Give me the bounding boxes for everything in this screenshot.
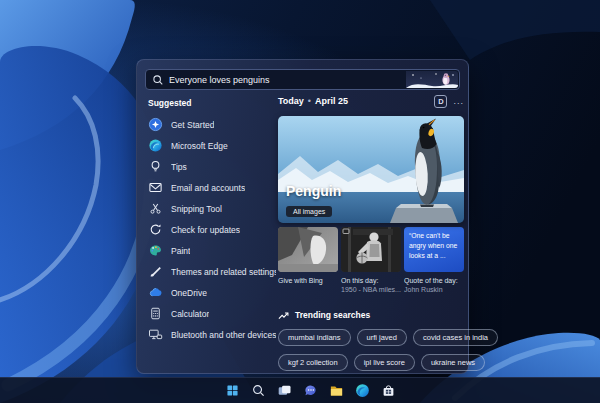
check-updates-icon <box>148 222 163 237</box>
card-quote-of-day[interactable]: “One can't be angry when one looks at a … <box>404 227 464 295</box>
content-header: Today • April 25 D ... <box>278 94 464 108</box>
store-icon <box>381 383 396 398</box>
profile-badge[interactable]: D <box>434 95 447 108</box>
task-view-icon <box>277 383 292 398</box>
sidebar-item-label: OneDrive <box>171 288 207 298</box>
trending-header: Trending searches <box>278 310 464 321</box>
sidebar-item-get-started[interactable]: Get Started <box>148 117 276 132</box>
trending-row-2: kgf 2 collection ipl live score ukraine … <box>278 354 464 371</box>
sidebar-item-label: Calculator <box>171 309 209 319</box>
edge-icon <box>148 138 163 153</box>
sidebar-item-email-accounts[interactable]: Email and accounts <box>148 180 276 195</box>
start-button[interactable] <box>224 383 240 399</box>
trending-pill[interactable]: covid cases in india <box>413 329 498 346</box>
sidebar-item-label: Email and accounts <box>171 183 245 193</box>
trending-pill[interactable]: ukraine news <box>421 354 485 371</box>
sidebar-item-themes-settings[interactable]: Themes and related settings <box>148 264 276 279</box>
suggested-sidebar: Suggested Get Started Microsoft Edge <box>148 98 276 348</box>
sidebar-item-label: Get Started <box>171 120 214 130</box>
get-started-icon <box>148 117 163 132</box>
sidebar-item-label: Snipping Tool <box>171 204 222 214</box>
search-bar[interactable] <box>145 69 460 90</box>
desktop: Suggested Get Started Microsoft Edge <box>0 0 600 403</box>
file-explorer-button[interactable] <box>328 383 344 399</box>
sidebar-item-calculator[interactable]: Calculator <box>148 306 276 321</box>
taskbar-search-button[interactable] <box>250 383 266 399</box>
sidebar-item-label: Check for updates <box>171 225 240 235</box>
chat-icon <box>303 383 318 398</box>
trending-pill[interactable]: mumbai indians <box>278 329 351 346</box>
trending-pill[interactable]: kgf 2 collection <box>278 354 348 371</box>
sidebar-item-snipping-tool[interactable]: Snipping Tool <box>148 201 276 216</box>
card-caption: On this day: <box>341 276 401 285</box>
sidebar-item-tips[interactable]: Tips <box>148 159 276 174</box>
sidebar-item-onedrive[interactable]: OneDrive <box>148 285 276 300</box>
taskbar <box>0 377 600 403</box>
windows-logo-icon <box>225 383 240 398</box>
suggested-header: Suggested <box>148 98 276 108</box>
email-icon <box>148 180 163 195</box>
header-separator: • <box>308 96 311 106</box>
trending-pill[interactable]: urfi javed <box>357 329 407 346</box>
sidebar-item-bluetooth-devices[interactable]: Bluetooth and other devices sett... <box>148 327 276 342</box>
tips-icon <box>148 159 163 174</box>
trending-row-1: mumbai indians urfi javed covid cases in… <box>278 329 464 346</box>
search-icon <box>251 383 266 398</box>
card-subcaption: John Ruskin <box>404 285 464 294</box>
all-images-button[interactable]: All images <box>286 206 332 217</box>
file-explorer-icon <box>329 383 344 398</box>
sidebar-item-label: Bluetooth and other devices sett... <box>171 330 276 340</box>
more-options-icon[interactable]: ... <box>453 98 464 104</box>
hero-title: Penguin <box>286 183 341 199</box>
date-label: April 25 <box>315 96 348 106</box>
card-caption: Give with Bing <box>278 276 338 285</box>
onedrive-icon <box>148 285 163 300</box>
edge-icon <box>355 383 370 398</box>
card-caption: Quote of the day: <box>404 276 464 285</box>
themes-icon <box>148 264 163 279</box>
paint-icon <box>148 243 163 258</box>
trending-header-label: Trending searches <box>295 310 370 320</box>
edge-button[interactable] <box>354 383 370 399</box>
chat-button[interactable] <box>302 383 318 399</box>
search-panel: Suggested Get Started Microsoft Edge <box>136 59 469 374</box>
daily-cards-row: Give with Bing <box>278 227 464 295</box>
sidebar-item-label: Tips <box>171 162 187 172</box>
trending-pill[interactable]: ipl live score <box>354 354 415 371</box>
quote-text: “One can't be angry when one looks at a … <box>404 227 464 272</box>
daily-content: Today • April 25 D ... <box>278 94 464 371</box>
sidebar-item-microsoft-edge[interactable]: Microsoft Edge <box>148 138 276 153</box>
sidebar-item-label: Paint <box>171 246 190 256</box>
on-this-day-image <box>341 227 401 272</box>
calculator-icon <box>148 306 163 321</box>
trending-icon <box>278 310 289 321</box>
snipping-tool-icon <box>148 201 163 216</box>
sidebar-item-label: Microsoft Edge <box>171 141 228 151</box>
card-give-with-bing[interactable]: Give with Bing <box>278 227 338 295</box>
sidebar-item-label: Themes and related settings <box>171 267 276 277</box>
store-button[interactable] <box>380 383 396 399</box>
penguin-night-illustration <box>406 71 458 88</box>
card-on-this-day[interactable]: On this day: 1950 - NBA miles... <box>341 227 401 295</box>
sidebar-item-check-updates[interactable]: Check for updates <box>148 222 276 237</box>
trending-searches-section: Trending searches mumbai indians urfi ja… <box>278 310 464 371</box>
task-view-button[interactable] <box>276 383 292 399</box>
today-label: Today <box>278 96 304 106</box>
card-subcaption: 1950 - NBA miles... <box>341 285 401 294</box>
bluetooth-devices-icon <box>148 327 163 342</box>
search-icon <box>152 74 164 86</box>
hero-card-penguin[interactable]: Penguin All images <box>278 116 464 223</box>
sidebar-item-paint[interactable]: Paint <box>148 243 276 258</box>
give-with-bing-image <box>278 227 338 272</box>
